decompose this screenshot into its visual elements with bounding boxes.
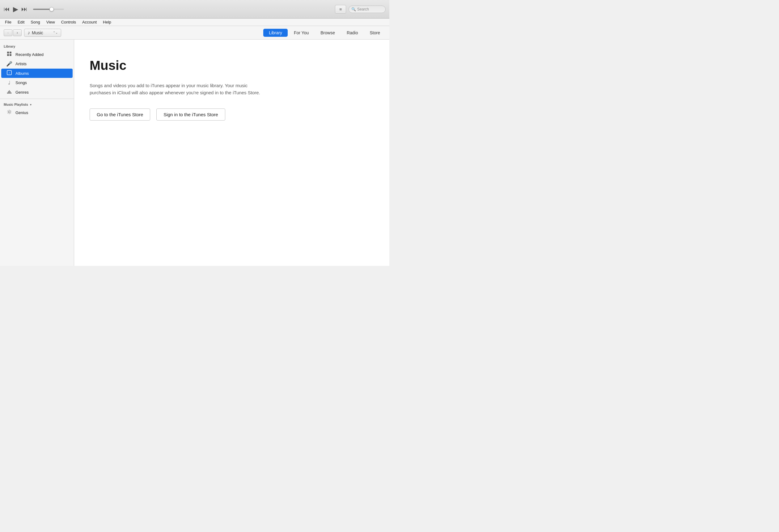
svg-rect-3 [10, 54, 11, 56]
svg-point-11 [8, 111, 10, 113]
sidebar-item-genius[interactable]: Genius [1, 108, 73, 117]
source-selector[interactable]: ♪ Music ⌃⌄ [24, 29, 61, 37]
menu-bar: File Edit Song View Controls Account Hel… [0, 18, 390, 26]
content-area: Music Songs and videos you add to iTunes… [74, 40, 390, 266]
songs-icon: ♩ [6, 80, 12, 85]
play-button[interactable] [13, 5, 18, 13]
artists-icon: 🎤 [6, 61, 12, 67]
nav-forward-button[interactable]: › [13, 29, 22, 36]
albums-icon: ♪ [6, 70, 12, 76]
svg-text:♪: ♪ [9, 71, 10, 74]
sidebar-item-recently-added[interactable]: Recently Added [1, 50, 73, 59]
svg-rect-1 [10, 52, 11, 54]
tab-browse[interactable]: Browse [315, 29, 341, 37]
rewind-button[interactable] [4, 6, 10, 13]
sidebar-item-artists[interactable]: 🎤 Artists [1, 59, 73, 68]
forward-button[interactable] [21, 6, 27, 13]
artists-label: Artists [15, 62, 26, 66]
source-label: Music [32, 30, 43, 35]
goto-itunes-store-button[interactable]: Go to the iTunes Store [89, 109, 150, 121]
nav-arrows: ‹ › [4, 29, 22, 36]
sidebar: Library Recently Added 🎤 Artists [0, 40, 74, 266]
sidebar-item-genres[interactable]: Genres [1, 87, 73, 97]
nav-back-button[interactable]: ‹ [4, 29, 12, 36]
playlists-section-header[interactable]: Music Playlists ▾ [0, 101, 74, 108]
search-icon: 🔍 [351, 7, 356, 11]
menu-file[interactable]: File [2, 19, 14, 25]
songs-label: Songs [15, 80, 27, 85]
signin-itunes-store-button[interactable]: Sign in to the iTunes Store [156, 109, 225, 121]
tab-for-you[interactable]: For You [288, 29, 314, 37]
title-bar-right: ≡ 🔍 Search [335, 5, 385, 14]
genres-icon [6, 89, 12, 95]
genres-label: Genres [15, 90, 29, 95]
library-section-header: Library [0, 43, 74, 50]
content-title: Music [89, 58, 374, 73]
svg-rect-10 [11, 93, 11, 94]
menu-help[interactable]: Help [101, 19, 114, 25]
tab-store[interactable]: Store [364, 29, 385, 37]
menu-song[interactable]: Song [28, 19, 42, 25]
nav-bar: ‹ › ♪ Music ⌃⌄ Library For You Browse Ra… [0, 26, 390, 40]
title-bar: ≡ 🔍 Search [0, 0, 390, 18]
recently-added-icon [6, 51, 12, 58]
volume-slider[interactable] [33, 9, 64, 10]
transport-controls [4, 5, 64, 13]
svg-rect-9 [10, 91, 10, 94]
svg-line-16 [8, 110, 8, 111]
svg-line-18 [10, 110, 11, 111]
genius-label: Genius [15, 110, 28, 115]
tab-library[interactable]: Library [263, 29, 288, 37]
nav-tabs: Library For You Browse Radio Store [263, 29, 385, 37]
music-note-icon: ♪ [27, 30, 30, 36]
menu-view[interactable]: View [44, 19, 57, 25]
volume-knob [49, 7, 54, 11]
sidebar-item-songs[interactable]: ♩ Songs [1, 78, 73, 87]
menu-account[interactable]: Account [80, 19, 99, 25]
genius-icon [6, 109, 12, 116]
menu-controls[interactable]: Controls [59, 19, 78, 25]
albums-label: Albums [15, 71, 29, 76]
menu-edit[interactable]: Edit [15, 19, 27, 25]
playlists-chevron-icon: ▾ [30, 103, 32, 106]
tab-radio[interactable]: Radio [341, 29, 364, 37]
sidebar-item-albums[interactable]: ♪ Albums [1, 69, 73, 78]
main-layout: Library Recently Added 🎤 Artists [0, 40, 390, 266]
svg-rect-8 [9, 90, 10, 94]
search-placeholder: Search [357, 7, 369, 11]
content-description: Songs and videos you add to iTunes appea… [89, 82, 263, 96]
source-dropdown-icon: ⌃⌄ [53, 31, 58, 34]
svg-rect-2 [7, 54, 9, 56]
recently-added-label: Recently Added [15, 52, 44, 57]
playlists-label: Music Playlists [4, 103, 28, 106]
sidebar-divider [0, 99, 74, 99]
list-view-button[interactable]: ≡ [335, 5, 346, 14]
search-box[interactable]: 🔍 Search [349, 6, 385, 13]
svg-rect-0 [7, 52, 9, 54]
svg-rect-7 [8, 91, 9, 94]
action-buttons: Go to the iTunes Store Sign in to the iT… [89, 109, 374, 121]
svg-rect-6 [7, 93, 8, 94]
